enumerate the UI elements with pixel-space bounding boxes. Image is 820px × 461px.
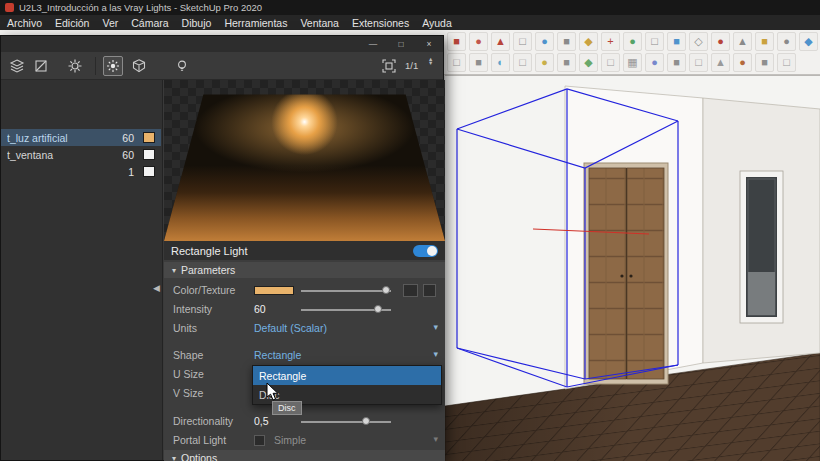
toolbar-icon[interactable]: ■ — [755, 53, 774, 72]
toolbar-icon[interactable]: ◐ — [491, 53, 510, 72]
toolbar-icon[interactable]: ● — [469, 32, 488, 51]
collapse-triangle-icon: ▾ — [172, 266, 176, 275]
chevron-down-icon[interactable]: ▾ — [433, 349, 438, 359]
toolbar-icon[interactable]: ▦ — [623, 53, 642, 72]
gear-icon[interactable] — [65, 56, 85, 76]
spinner-down-icon[interactable]: ▾ — [429, 61, 432, 65]
toolbar-icon[interactable]: ▲ — [711, 53, 730, 72]
double-door — [584, 163, 668, 384]
chevron-down-icon: ▾ — [433, 434, 438, 444]
color-texture-swatch[interactable] — [254, 286, 294, 295]
light-color-swatch[interactable] — [143, 132, 155, 143]
slider-knob[interactable] — [382, 286, 390, 294]
portal-light-checkbox[interactable] — [254, 435, 265, 446]
toolbar-icon[interactable]: □ — [513, 32, 532, 51]
toolbar-icon[interactable]: □ — [447, 53, 466, 72]
menu-item[interactable]: Dibujo — [182, 17, 212, 29]
menu-bar: ArchivoEdiciónVerCámaraDibujoHerramienta… — [0, 15, 820, 30]
toolbar-icon[interactable]: ■ — [557, 53, 576, 72]
toolbar-icon[interactable]: ■ — [667, 53, 686, 72]
layers-icon[interactable] — [7, 56, 27, 76]
directionality-slider[interactable] — [301, 416, 391, 427]
toolbar-icon[interactable]: ■ — [469, 53, 488, 72]
color-texture-slider[interactable] — [301, 285, 391, 296]
portal-light-dropdown[interactable]: Simple — [274, 434, 306, 446]
directionality-value[interactable]: 0,5 — [254, 415, 269, 427]
close-button[interactable]: × — [415, 36, 443, 52]
chevron-down-icon[interactable]: ▾ — [433, 322, 438, 332]
menu-item[interactable]: Edición — [55, 17, 89, 29]
3d-viewport[interactable] — [445, 75, 820, 461]
preview-lamp-icon[interactable] — [172, 56, 192, 76]
toolbar-icon[interactable]: ◇ — [689, 32, 708, 51]
texture-toggle-checkbox[interactable] — [423, 284, 436, 297]
toolbar-icon[interactable]: ▲ — [733, 32, 752, 51]
toolbar-icon[interactable]: ◆ — [579, 53, 598, 72]
toolbar-icon[interactable]: ● — [777, 32, 796, 51]
intensity-value[interactable]: 60 — [254, 303, 266, 315]
light-intensity-value: 1 — [108, 166, 134, 178]
slider-knob[interactable] — [374, 305, 382, 313]
texture-slot-button[interactable] — [403, 284, 418, 297]
intensity-slider[interactable] — [301, 304, 391, 315]
toolbar-icon[interactable]: □ — [513, 53, 532, 72]
menu-item[interactable]: Ver — [102, 17, 118, 29]
dropdown-option-label: Rectangle — [259, 370, 306, 382]
param-row-units: Units Default (Scalar) ▾ — [164, 319, 445, 338]
toolbar-icon[interactable]: ◆ — [799, 32, 818, 51]
menu-item[interactable]: Herramientas — [224, 17, 287, 29]
param-row-directionality: Directionality 0,5 — [164, 412, 445, 431]
toolbar-icon[interactable]: ■ — [447, 32, 466, 51]
menu-item[interactable]: Archivo — [7, 17, 42, 29]
menu-item[interactable]: Cámara — [131, 17, 168, 29]
toolbar-icon[interactable]: □ — [689, 53, 708, 72]
light-list-item[interactable]: 1 — [1, 163, 161, 180]
light-list-item[interactable]: t_luz artificial 60 — [1, 129, 161, 146]
toolbar-icon[interactable]: ■ — [755, 32, 774, 51]
toolbar-icon[interactable]: + — [601, 32, 620, 51]
light-color-swatch[interactable] — [143, 166, 155, 177]
preview-frame-counter: 1/1 — [405, 60, 418, 71]
toolbar-icon[interactable]: ● — [645, 53, 664, 72]
toolbar-icon[interactable]: □ — [601, 53, 620, 72]
section-label: Options — [181, 452, 217, 461]
light-intensity-value: 60 — [108, 149, 134, 161]
toolbar-icon[interactable]: ● — [733, 53, 752, 72]
toolbar-separator — [95, 57, 96, 75]
toolbar-icon[interactable]: ● — [711, 32, 730, 51]
shape-dropdown[interactable]: Rectangle — [254, 349, 301, 361]
sketchup-application: U2L3_Introducción a las Vray Lights - Sk… — [0, 0, 820, 461]
minimize-button[interactable]: — — [359, 36, 387, 52]
menu-item[interactable]: Extensiones — [352, 17, 409, 29]
frame-spinner[interactable]: ▴ ▾ — [429, 57, 432, 65]
units-dropdown[interactable]: Default (Scalar) — [254, 322, 327, 334]
section-label: Parameters — [181, 264, 235, 276]
collapse-panel-icon[interactable]: ◀ — [153, 283, 160, 293]
toolbar-icon[interactable]: □ — [645, 32, 664, 51]
material-icon[interactable] — [31, 56, 51, 76]
light-list-item[interactable]: t_ventana 60 — [1, 146, 161, 163]
light-color-swatch[interactable] — [143, 149, 155, 160]
toolbar-icon[interactable]: ● — [535, 32, 554, 51]
param-label-v-size: V Size — [173, 387, 203, 399]
toolbar-icon[interactable]: □ — [777, 53, 796, 72]
menu-item[interactable]: Ventana — [300, 17, 339, 29]
section-options[interactable]: ▾ Options — [164, 450, 445, 461]
lights-tab-icon[interactable] — [103, 56, 123, 76]
toolbar-icon[interactable]: ● — [623, 32, 642, 51]
toolbar-icon[interactable]: ■ — [557, 32, 576, 51]
toolbar-icon[interactable]: ■ — [667, 32, 686, 51]
maximize-button[interactable]: □ — [387, 36, 415, 52]
render-frame-icon[interactable] — [379, 56, 399, 76]
light-enabled-toggle[interactable] — [413, 245, 438, 257]
toolbar-icon[interactable]: ● — [535, 53, 554, 72]
menu-item[interactable]: Ayuda — [422, 17, 452, 29]
toolbar-icon[interactable]: ◆ — [579, 32, 598, 51]
slider-knob[interactable] — [362, 417, 370, 425]
toolbar-icon[interactable]: ▲ — [491, 32, 510, 51]
section-parameters[interactable]: ▾ Parameters — [164, 262, 445, 278]
geometry-tab-icon[interactable] — [129, 56, 149, 76]
toggle-knob — [427, 246, 437, 256]
dropdown-option[interactable]: Rectangle — [253, 366, 441, 385]
light-name: t_luz artificial — [7, 132, 108, 144]
